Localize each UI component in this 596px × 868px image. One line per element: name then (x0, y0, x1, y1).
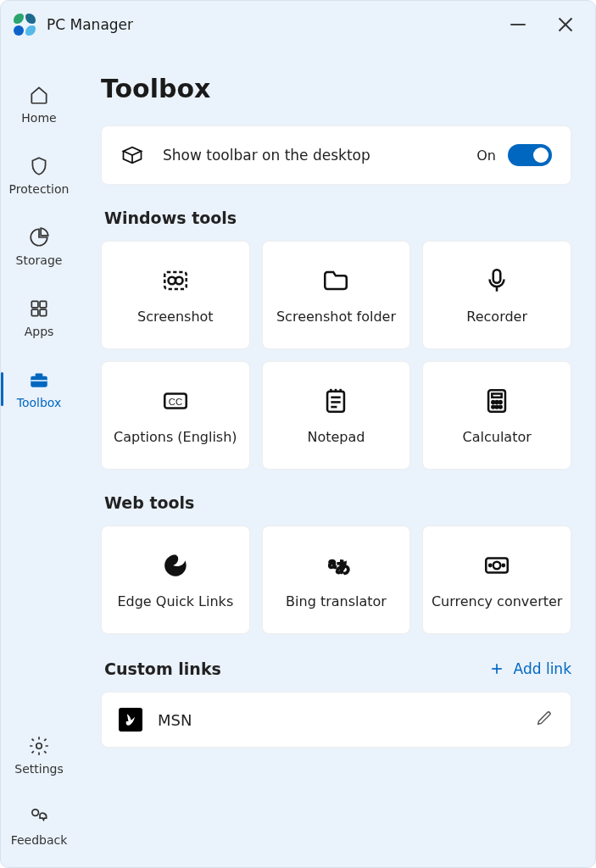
web-tools-grid: Edge Quick Links aあ Bing translator Curr… (101, 526, 571, 634)
pie-chart-icon (28, 226, 50, 248)
captions-icon: CC (161, 387, 190, 415)
tool-label: Currency converter (432, 593, 562, 609)
tool-label: Captions (English) (114, 429, 237, 445)
page-title: Toolbox (101, 74, 571, 103)
screenshot-icon (161, 266, 190, 295)
sidebar-item-label: Toolbox (17, 396, 62, 409)
svg-point-10 (36, 743, 42, 749)
notepad-icon (321, 387, 350, 415)
svg-point-37 (493, 561, 501, 569)
svg-point-32 (496, 405, 499, 408)
tool-bing-translator[interactable]: aあ Bing translator (262, 526, 411, 634)
tool-edge-quick-links[interactable]: Edge Quick Links (101, 526, 250, 634)
svg-point-31 (492, 405, 494, 408)
svg-rect-6 (40, 309, 47, 316)
toolbox-icon (28, 369, 50, 391)
tool-label: Calculator (463, 429, 532, 445)
custom-links-header: Custom links Add link (101, 659, 571, 678)
app-title: PC Manager (47, 16, 133, 33)
tool-label: Notepad (307, 429, 365, 445)
msn-icon (119, 708, 142, 732)
app-window: PC Manager Home Protection (0, 0, 596, 868)
sidebar-item-label: Home (21, 111, 56, 125)
svg-point-33 (499, 405, 502, 408)
section-title-custom-links: Custom links (104, 659, 221, 678)
tool-currency-converter[interactable]: Currency converter (422, 526, 571, 634)
svg-rect-8 (36, 373, 43, 376)
svg-text:あ: あ (336, 559, 350, 575)
edit-link-button[interactable] (535, 709, 554, 731)
svg-rect-5 (31, 309, 38, 316)
sidebar-item-settings[interactable]: Settings (1, 732, 77, 779)
folder-icon (321, 266, 350, 295)
tool-recorder[interactable]: Recorder (422, 241, 571, 349)
app-logo-icon (13, 13, 36, 36)
svg-rect-4 (40, 301, 47, 308)
home-icon (28, 84, 50, 106)
sidebar-item-label: Settings (14, 762, 63, 776)
shield-icon (28, 155, 50, 177)
section-title-windows-tools: Windows tools (104, 209, 571, 227)
svg-rect-27 (492, 393, 501, 397)
toggle-state-label: On (476, 147, 496, 164)
currency-icon (482, 551, 511, 580)
svg-point-28 (492, 401, 494, 403)
tool-calculator[interactable]: Calculator (422, 361, 571, 470)
sidebar-item-protection[interactable]: Protection (1, 152, 77, 199)
tool-label: Screenshot folder (276, 309, 396, 325)
feedback-icon (28, 806, 50, 828)
svg-text:CC: CC (169, 396, 182, 406)
main-content: Toolbox Show toolbar on the desktop On W… (77, 48, 595, 867)
gear-icon (28, 735, 50, 757)
sidebar-item-home[interactable]: Home (1, 81, 77, 128)
sidebar-item-label: Storage (16, 253, 63, 267)
tool-label: Edge Quick Links (117, 593, 233, 609)
calculator-icon (482, 387, 511, 415)
svg-point-30 (499, 401, 502, 403)
show-toolbar-toggle[interactable] (508, 144, 552, 166)
titlebar: PC Manager (1, 1, 595, 48)
svg-point-29 (496, 401, 499, 403)
svg-point-38 (489, 564, 491, 565)
add-link-label: Add link (514, 660, 571, 677)
svg-point-39 (503, 564, 504, 565)
sidebar-item-feedback[interactable]: Feedback (1, 803, 77, 850)
svg-rect-15 (493, 270, 501, 283)
minimize-button[interactable] (505, 12, 531, 37)
sidebar-item-toolbox[interactable]: Toolbox (1, 365, 77, 413)
add-link-button[interactable]: Add link (488, 660, 571, 677)
show-toolbar-label: Show toolbar on the desktop (163, 147, 370, 164)
show-toolbar-card: Show toolbar on the desktop On (101, 125, 571, 185)
toolbar-box-icon (120, 143, 144, 167)
sidebar-item-apps[interactable]: Apps (1, 294, 77, 342)
tool-label: Bing translator (286, 593, 387, 609)
custom-link-row[interactable]: MSN (101, 692, 571, 748)
window-controls (505, 12, 587, 37)
sidebar-item-label: Apps (25, 325, 54, 338)
tool-screenshot[interactable]: Screenshot (101, 241, 250, 349)
svg-rect-3 (31, 301, 38, 308)
app-body: Home Protection Storage Apps (1, 48, 595, 867)
apps-grid-icon (28, 298, 50, 320)
tool-captions[interactable]: CC Captions (English) (101, 361, 250, 470)
tool-screenshot-folder[interactable]: Screenshot folder (262, 241, 411, 349)
tool-label: Recorder (466, 309, 527, 325)
section-title-web-tools: Web tools (104, 493, 571, 512)
translate-icon: aあ (321, 551, 350, 580)
custom-link-label: MSN (158, 711, 192, 729)
tool-notepad[interactable]: Notepad (262, 361, 411, 470)
sidebar-item-label: Protection (9, 182, 70, 196)
svg-point-11 (32, 810, 39, 816)
sidebar: Home Protection Storage Apps (1, 48, 77, 867)
svg-point-14 (175, 276, 183, 284)
windows-tools-grid: Screenshot Screenshot folder Recorder (101, 241, 571, 470)
edge-icon (161, 551, 190, 580)
svg-rect-7 (31, 376, 47, 387)
tool-label: Screenshot (137, 309, 214, 325)
sidebar-item-storage[interactable]: Storage (1, 223, 77, 270)
sidebar-item-label: Feedback (11, 833, 68, 847)
microphone-icon (482, 266, 511, 295)
close-button[interactable] (553, 12, 578, 37)
